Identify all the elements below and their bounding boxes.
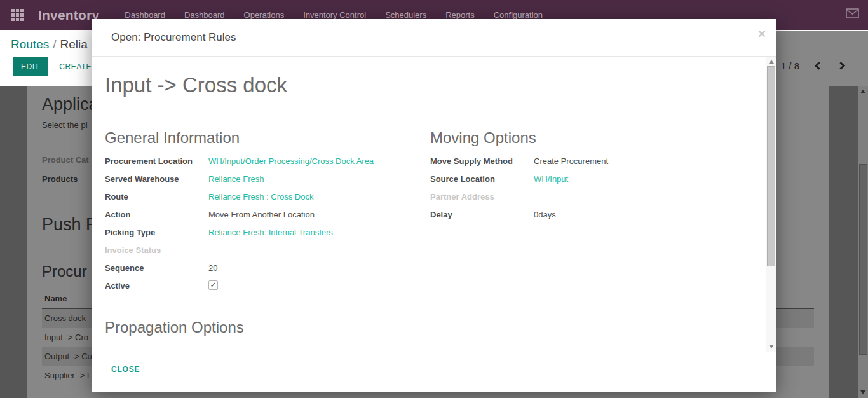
- procurement-location-link[interactable]: WH/Input/Order Processing/Cross Dock Are…: [208, 156, 374, 167]
- field-partner-address: Partner Address: [430, 191, 756, 209]
- field-sequence: Sequence 20: [105, 263, 430, 280]
- field-move-supply-method: Move Supply Method Create Procurement: [430, 156, 756, 174]
- field-procurement-location: Procurement Location WH/Input/Order Proc…: [105, 156, 430, 174]
- field-label: Source Location: [430, 174, 534, 184]
- move-supply-method-value: Create Procurement: [534, 156, 608, 167]
- propagation-options-title: Propagation Options: [105, 319, 730, 336]
- field-label: Invoice Status: [105, 245, 208, 256]
- moving-options-title: Moving Options: [430, 129, 756, 147]
- moving-options-section: Moving Options Move Supply Method Create…: [430, 129, 756, 298]
- field-picking-type: Picking Type Reliance Fresh: Internal Tr…: [105, 227, 430, 245]
- action-value: Move From Another Location: [208, 209, 315, 220]
- modal-header: Open: Procurement Rules ×: [92, 19, 776, 57]
- edit-button[interactable]: EDIT: [13, 57, 48, 76]
- button-row: EDIT CREATE: [13, 57, 92, 76]
- field-label: Action: [105, 209, 208, 220]
- field-label: Delay: [430, 209, 534, 220]
- modal-body: Input -> Cross dock General Information …: [92, 57, 776, 352]
- breadcrumb: Routes/Relia: [11, 38, 88, 51]
- field-label: Picking Type: [105, 227, 208, 238]
- field-label: Partner Address: [430, 191, 534, 202]
- modal-title: Open: Procurement Rules: [111, 31, 236, 43]
- create-button[interactable]: CREATE: [59, 62, 92, 71]
- general-information-section: General Information Procurement Location…: [105, 129, 430, 298]
- form-grid: General Information Procurement Location…: [105, 129, 730, 298]
- modal-footer: CLOSE: [92, 352, 776, 392]
- picking-type-link[interactable]: Reliance Fresh: Internal Transfers: [208, 227, 333, 238]
- modal-scrollbar[interactable]: [766, 57, 776, 352]
- delay-value: 0days: [534, 209, 556, 220]
- field-active: Active ✓: [105, 280, 430, 298]
- modal-close-icon[interactable]: ×: [758, 27, 766, 40]
- record-title: Input -> Cross dock: [105, 73, 730, 97]
- field-label: Procurement Location: [105, 156, 208, 167]
- field-served-warehouse: Served Warehouse Reliance Fresh: [105, 174, 430, 191]
- modal-scrollbar-up-arrow-icon[interactable]: [769, 60, 774, 64]
- procurement-rules-modal: Open: Procurement Rules × Input -> Cross…: [92, 19, 776, 392]
- field-label: Served Warehouse: [105, 174, 208, 184]
- field-label: Route: [105, 191, 208, 202]
- modal-backdrop-left[interactable]: [0, 86, 92, 398]
- sequence-value: 20: [208, 263, 217, 273]
- served-warehouse-link[interactable]: Reliance Fresh: [208, 174, 264, 184]
- route-link[interactable]: Reliance Fresh : Cross Dock: [208, 191, 313, 202]
- apps-grid-icon[interactable]: [10, 8, 24, 22]
- field-action: Action Move From Another Location: [105, 209, 430, 227]
- app-brand[interactable]: Inventory: [38, 8, 99, 23]
- field-route: Route Reliance Fresh : Cross Dock: [105, 191, 430, 209]
- field-delay: Delay 0days: [430, 209, 756, 227]
- general-information-title: General Information: [105, 129, 430, 147]
- breadcrumb-separator: /: [49, 38, 60, 51]
- breadcrumb-routes-link[interactable]: Routes: [11, 38, 49, 51]
- modal-scrollbar-thumb[interactable]: [767, 66, 775, 266]
- field-source-location: Source Location WH/Input: [430, 174, 756, 191]
- active-checkbox[interactable]: ✓: [208, 280, 218, 290]
- field-label: Move Supply Method: [430, 156, 534, 167]
- field-invoice-status: Invoice Status: [105, 245, 430, 263]
- field-label: Sequence: [105, 263, 208, 273]
- modal-scrollbar-down-arrow-icon[interactable]: [769, 345, 774, 348]
- close-button[interactable]: CLOSE: [111, 365, 140, 374]
- source-location-link[interactable]: WH/Input: [534, 174, 568, 184]
- breadcrumb-current: Relia: [60, 38, 87, 51]
- field-label: Active: [105, 280, 208, 291]
- messages-envelope-icon[interactable]: [846, 8, 859, 21]
